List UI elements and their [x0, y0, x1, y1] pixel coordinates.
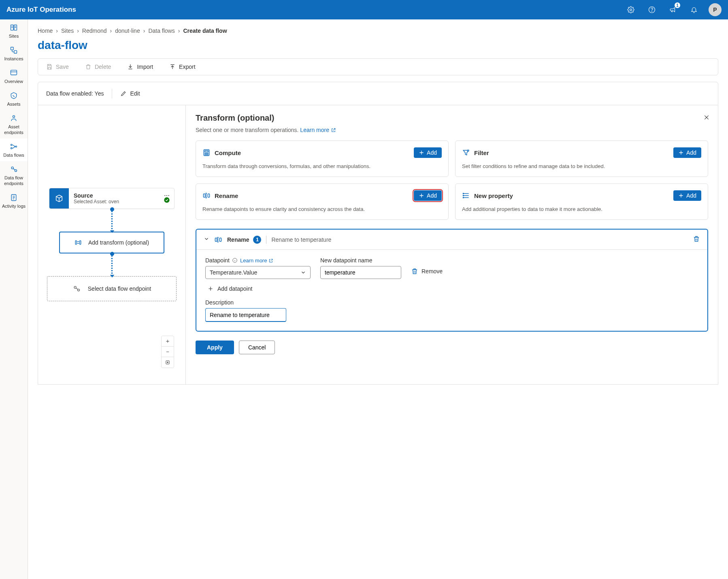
divider — [112, 89, 112, 98]
notifications-button[interactable] — [688, 3, 700, 16]
svg-rect-19 — [75, 241, 77, 245]
pencil-icon — [120, 90, 127, 97]
sidebar-item-overview[interactable]: Overview — [0, 65, 28, 87]
help-button[interactable] — [645, 3, 658, 16]
transform-icon — [75, 239, 82, 246]
add-new-property-button[interactable]: Add — [673, 190, 701, 201]
flow-node-source[interactable]: Source Selected Asset: oven — [49, 188, 175, 209]
remove-datapoint-button[interactable]: Remove — [411, 268, 698, 275]
learn-more-link[interactable]: Learn more — [300, 127, 336, 133]
zoom-fit-button[interactable] — [162, 357, 174, 368]
add-datapoint-button[interactable]: Add datapoint — [208, 285, 698, 292]
svg-point-0 — [630, 9, 632, 11]
rename-summary: Rename to temperature — [271, 236, 688, 243]
activity-logs-icon — [10, 194, 18, 202]
filter-icon — [462, 149, 470, 157]
card-compute: Compute Add Transform data through conve… — [196, 140, 449, 177]
node-title: Add transform (optional) — [88, 239, 149, 246]
crumb-sites[interactable]: Sites — [61, 28, 74, 34]
datapoint-label: Datapoint Learn more — [205, 257, 311, 264]
flow-node-transform[interactable]: Add transform (optional) — [59, 232, 164, 253]
new-property-icon — [462, 192, 470, 200]
svg-rect-6 — [14, 51, 17, 53]
export-button[interactable]: Export — [169, 64, 195, 70]
external-link-icon — [268, 258, 273, 263]
svg-point-29 — [208, 153, 209, 154]
svg-rect-35 — [208, 194, 209, 197]
avatar[interactable]: P — [709, 3, 722, 16]
learn-more-datapoint-link[interactable]: Learn more — [240, 258, 273, 264]
sidebar-item-data-flow-endpoints[interactable]: Data flow endpoints — [0, 161, 28, 189]
node-title: Select data flow endpoint — [88, 285, 151, 292]
zoom-in-button[interactable]: ＋ — [162, 336, 174, 347]
card-desc: Transform data through conversions, form… — [202, 163, 442, 170]
sidebar-item-data-flows[interactable]: Data flows — [0, 138, 28, 161]
sidebar-item-asset-endpoints[interactable]: Asset endpoints — [0, 110, 28, 138]
feedback-badge: 1 — [675, 2, 680, 8]
svg-point-24 — [167, 362, 168, 363]
svg-point-18 — [164, 197, 169, 202]
cube-icon — [55, 194, 64, 203]
flow-canvas[interactable]: Source Selected Asset: oven — [38, 105, 186, 384]
svg-point-28 — [206, 153, 207, 154]
connector — [111, 253, 113, 276]
data-flow-endpoints-icon — [10, 165, 18, 173]
page-title: data-flow — [38, 39, 718, 52]
svg-point-37 — [463, 195, 464, 196]
add-rename-button[interactable]: Add — [414, 190, 442, 201]
add-filter-button[interactable]: Add — [673, 147, 701, 158]
sidebar-item-assets[interactable]: Assets — [0, 87, 28, 110]
crumb-redmond[interactable]: Redmond — [82, 28, 107, 34]
sidebar-item-sites[interactable]: Sites — [0, 19, 28, 42]
chevron-down-icon — [300, 270, 306, 275]
new-name-input-wrap — [320, 266, 401, 279]
datapoint-select[interactable]: Temperature.Value — [205, 266, 311, 279]
compute-icon — [202, 149, 211, 157]
sidebar-item-activity-logs[interactable]: Activity logs — [0, 189, 28, 212]
description-input-wrap — [205, 308, 286, 322]
crumb-data-flows[interactable]: Data flows — [148, 28, 175, 34]
svg-point-27 — [205, 153, 206, 154]
crumb-donut-line[interactable]: donut-line — [115, 28, 140, 34]
gear-icon — [627, 6, 634, 13]
crumb-current: Create data flow — [183, 28, 227, 34]
arrow-down-icon — [109, 228, 115, 234]
plus-icon — [678, 193, 684, 198]
collapse-toggle[interactable] — [204, 236, 209, 243]
settings-button[interactable] — [624, 3, 637, 16]
sidebar-label: Data flow endpoints — [2, 175, 26, 186]
node-title: Source — [74, 192, 169, 199]
sidebar-item-instances[interactable]: Instances — [0, 42, 28, 65]
close-icon — [703, 114, 710, 121]
close-panel-button[interactable] — [703, 114, 710, 122]
sidebar-label: Data flows — [3, 152, 24, 158]
endpoint-icon — [72, 285, 81, 293]
new-name-label: New datapoint name — [320, 257, 401, 264]
svg-point-8 — [13, 115, 15, 117]
delete-rename-block-button[interactable] — [693, 235, 700, 244]
connector — [111, 209, 113, 232]
trash-icon — [85, 64, 92, 70]
description-input[interactable] — [210, 312, 282, 318]
zoom-out-button[interactable]: － — [162, 347, 174, 357]
add-compute-button[interactable]: Add — [414, 147, 442, 158]
svg-point-17 — [168, 195, 169, 196]
app-header: Azure IoT Operations 1 P — [0, 0, 728, 19]
import-button[interactable]: Import — [127, 64, 153, 70]
flow-node-endpoint[interactable]: Select data flow endpoint — [47, 276, 177, 301]
svg-rect-7 — [11, 70, 17, 75]
plus-icon — [419, 150, 424, 155]
cancel-button[interactable]: Cancel — [239, 341, 275, 354]
new-name-input[interactable] — [325, 269, 397, 276]
crumb-home[interactable]: Home — [38, 28, 53, 34]
rename-icon — [214, 236, 222, 244]
sidebar-label: Instances — [4, 56, 23, 62]
check-circle-icon — [164, 197, 170, 203]
rename-config-panel: Rename 1 Rename to temperature — [196, 229, 708, 332]
svg-point-9 — [11, 144, 12, 145]
apply-button[interactable]: Apply — [196, 341, 234, 354]
edit-button[interactable]: Edit — [120, 90, 140, 97]
fit-icon — [165, 360, 170, 365]
sidebar-label: Sites — [9, 33, 19, 39]
feedback-button[interactable]: 1 — [666, 3, 679, 16]
